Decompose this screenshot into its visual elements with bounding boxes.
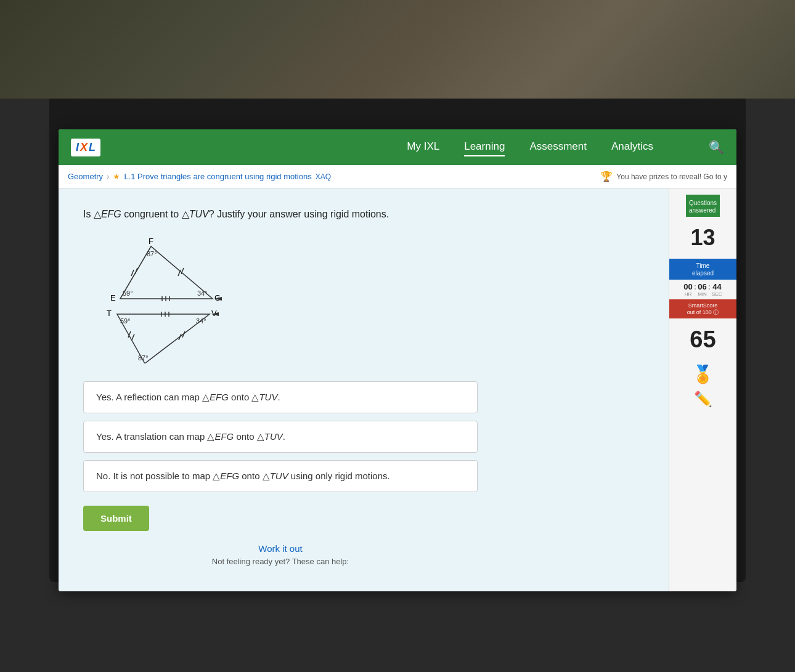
- prize-text: You have prizes to reveal! Go to y: [616, 172, 727, 181]
- angle-T: 59°: [120, 317, 131, 325]
- nav-assessment[interactable]: Assessment: [529, 138, 587, 156]
- ixl-logo[interactable]: IXL: [71, 139, 100, 156]
- angle-F: 87°: [147, 250, 157, 257]
- breadcrumb-left: Geometry › ★ L.1 Prove triangles are con…: [68, 172, 331, 181]
- time-display: 00 HR : 06 MIN : 44 SEC: [683, 280, 722, 299]
- question-text: Is △EFG congruent to △TUV? Justify your …: [83, 207, 644, 222]
- label-T: T: [107, 309, 112, 318]
- medal-icon: 🏅: [692, 361, 714, 387]
- questions-answered-card: Questionsanswered: [686, 195, 720, 217]
- breadcrumb-code[interactable]: XAQ: [316, 172, 331, 181]
- questions-answered-label: Questionsanswered: [689, 200, 717, 214]
- nav-menu: My IXL Learning Assessment Analytics: [407, 138, 653, 156]
- time-sec: 44: [712, 282, 722, 291]
- breadcrumb-bar: Geometry › ★ L.1 Prove triangles are con…: [59, 165, 736, 188]
- breadcrumb-lesson[interactable]: L.1 Prove triangles are congruent using …: [124, 172, 311, 181]
- label-U: U: [143, 362, 149, 363]
- time-sec-unit: 44 SEC: [712, 282, 722, 297]
- trophy-icon: 🏆: [600, 171, 613, 182]
- search-icon[interactable]: 🔍: [709, 140, 724, 155]
- time-elapsed-card: Timeelapsed: [669, 259, 736, 280]
- logo-x: X: [80, 141, 88, 154]
- time-min: 06: [698, 282, 707, 291]
- answer-choice-1[interactable]: Yes. A reflection can map △EFG onto △TUV…: [83, 381, 478, 413]
- smart-score-label: SmartScoreout of 100 ⓘ: [672, 302, 733, 317]
- diagram-container: F E G 87° 59° 34°: [83, 234, 644, 366]
- content-area: Is △EFG congruent to △TUV? Justify your …: [59, 188, 736, 591]
- ixl-header: IXL My IXL Learning Assessment Analytics…: [59, 129, 736, 165]
- breadcrumb-geometry[interactable]: Geometry: [68, 172, 103, 181]
- svg-line-2: [135, 268, 137, 274]
- svg-line-10: [132, 334, 134, 340]
- svg-line-1: [131, 270, 134, 276]
- breadcrumb-sep1: ›: [107, 172, 109, 181]
- time-hr-unit: 00 HR: [683, 282, 692, 297]
- submit-button[interactable]: Submit: [83, 506, 149, 531]
- time-min-unit: 06 MIN: [698, 282, 707, 297]
- answer-choice-2[interactable]: Yes. A translation can map △EFG onto △TU…: [83, 421, 478, 453]
- time-sep2: :: [708, 282, 711, 297]
- work-it-out-link[interactable]: Work it out: [83, 543, 478, 554]
- prize-banner[interactable]: 🏆 You have prizes to reveal! Go to y: [600, 171, 727, 182]
- nav-learning[interactable]: Learning: [464, 138, 505, 156]
- time-elapsed-label: Timeelapsed: [672, 262, 733, 277]
- main-content: Is △EFG congruent to △TUV? Justify your …: [59, 188, 669, 591]
- angle-V: 34°: [196, 317, 206, 325]
- smart-score-card: SmartScoreout of 100 ⓘ: [669, 299, 736, 318]
- nav-my-ixl[interactable]: My IXL: [407, 138, 439, 156]
- time-hr-label: HR: [683, 291, 692, 297]
- time-min-label: MIN: [698, 291, 707, 297]
- nav-analytics[interactable]: Analytics: [611, 138, 653, 156]
- time-sep1: :: [694, 282, 696, 297]
- triangle-diagram: F E G 87° 59° 34°: [83, 234, 256, 363]
- time-sec-label: SEC: [712, 291, 722, 297]
- label-F: F: [149, 237, 153, 246]
- questions-answered-num: 13: [669, 222, 736, 254]
- not-ready-text: Not feeling ready yet? These can help:: [83, 557, 478, 566]
- label-E: E: [110, 293, 116, 302]
- smart-score-num: 65: [669, 323, 736, 356]
- breadcrumb-star: ★: [113, 172, 120, 181]
- angle-U: 87°: [138, 354, 149, 362]
- time-hr: 00: [683, 282, 692, 291]
- logo-l: L: [89, 141, 96, 154]
- angle-E: 59°: [123, 289, 133, 297]
- pencil-icon[interactable]: ✏️: [694, 387, 712, 411]
- logo-i: I: [76, 141, 79, 154]
- right-sidebar: Questionsanswered 13 Timeelapsed 00 HR :…: [669, 188, 736, 591]
- answer-choice-3[interactable]: No. It is not possible to map △EFG onto …: [83, 460, 478, 492]
- angle-G: 34°: [197, 289, 208, 297]
